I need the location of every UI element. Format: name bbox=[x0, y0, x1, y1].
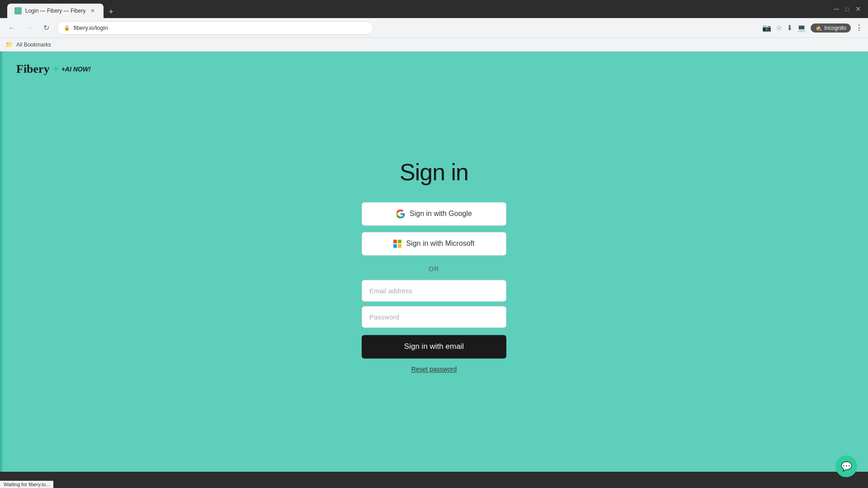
microsoft-signin-label: Sign in with Microsoft bbox=[406, 239, 474, 248]
chat-bubble-button[interactable]: 💬 bbox=[835, 455, 857, 472]
window-controls: ─ □ ✕ bbox=[834, 6, 864, 12]
maximize-button[interactable]: □ bbox=[844, 6, 850, 12]
tab-title: Login — Fibery — Fibery bbox=[25, 8, 85, 14]
logo-icon: ✦ bbox=[52, 63, 60, 75]
tab-close-button[interactable]: ✕ bbox=[89, 7, 96, 14]
microsoft-icon bbox=[393, 239, 401, 248]
device-icon[interactable]: 💻 bbox=[797, 23, 806, 32]
download-icon[interactable]: ⬇ bbox=[787, 23, 793, 32]
bookmark-icon[interactable]: ☆ bbox=[776, 23, 782, 32]
chat-icon: 💬 bbox=[841, 461, 852, 472]
incognito-button[interactable]: 🕵 Incognito bbox=[811, 23, 851, 33]
refresh-button[interactable]: ↻ bbox=[40, 22, 52, 34]
fibery-logo: Fibery ✦ +AI NOW! bbox=[16, 62, 91, 76]
all-bookmarks-label[interactable]: All Bookmarks bbox=[16, 42, 51, 48]
google-signin-button[interactable]: Sign in with Google bbox=[362, 202, 506, 225]
page-title: Sign in bbox=[400, 159, 468, 186]
page-content: Fibery ✦ +AI NOW! Sign in Sign in with G… bbox=[0, 52, 868, 472]
email-signin-button[interactable]: Sign in with email bbox=[362, 335, 506, 358]
close-button[interactable]: ✕ bbox=[855, 6, 861, 12]
browser-titlebar: Login — Fibery — Fibery ✕ + ─ □ ✕ bbox=[0, 0, 868, 18]
lock-icon: 🔒 bbox=[64, 25, 70, 31]
menu-icon[interactable]: ⋮ bbox=[855, 23, 863, 32]
microsoft-signin-button[interactable]: Sign in with Microsoft bbox=[362, 232, 506, 255]
browser-chrome: Login — Fibery — Fibery ✕ + ─ □ ✕ ← → ↻ … bbox=[0, 0, 868, 52]
active-tab[interactable]: Login — Fibery — Fibery ✕ bbox=[7, 4, 104, 18]
left-sidebar-accent bbox=[0, 52, 2, 472]
minimize-button[interactable]: ─ bbox=[834, 6, 839, 12]
password-input[interactable] bbox=[362, 306, 506, 328]
tab-bar: Login — Fibery — Fibery ✕ + bbox=[4, 0, 832, 18]
bookmarks-bar: 📁 All Bookmarks bbox=[0, 38, 868, 52]
forward-button[interactable]: → bbox=[23, 22, 35, 34]
incognito-icon: 🕵 bbox=[815, 25, 822, 31]
logo-ai-badge: +AI NOW! bbox=[61, 66, 91, 73]
browser-toolbar-right: 📷 ☆ ⬇ 💻 🕵 Incognito ⋮ bbox=[762, 23, 863, 33]
reset-password-link[interactable]: Reset password bbox=[411, 366, 457, 373]
google-signin-label: Sign in with Google bbox=[410, 210, 472, 218]
back-button[interactable]: ← bbox=[5, 22, 18, 34]
camera-off-icon: 📷 bbox=[762, 23, 771, 32]
new-tab-button[interactable]: + bbox=[104, 5, 117, 18]
status-text: Waiting for fibery.io... bbox=[4, 482, 50, 487]
google-icon bbox=[396, 209, 405, 218]
email-input[interactable] bbox=[362, 280, 506, 301]
address-bar-row: ← → ↻ 🔒 fibery.io/login 📷 ☆ ⬇ 💻 🕵 Incogn… bbox=[0, 18, 868, 38]
address-bar[interactable]: 🔒 fibery.io/login bbox=[57, 21, 373, 35]
status-bar: Waiting for fibery.io... bbox=[0, 481, 53, 488]
tab-favicon bbox=[14, 7, 22, 14]
logo-text: Fibery bbox=[16, 62, 50, 76]
address-text: fibery.io/login bbox=[74, 24, 108, 31]
bookmarks-folder-icon: 📁 bbox=[5, 41, 13, 48]
login-container: Sign in Sign in with Google Sign in with… bbox=[335, 159, 533, 373]
or-divider: OR bbox=[429, 265, 439, 272]
